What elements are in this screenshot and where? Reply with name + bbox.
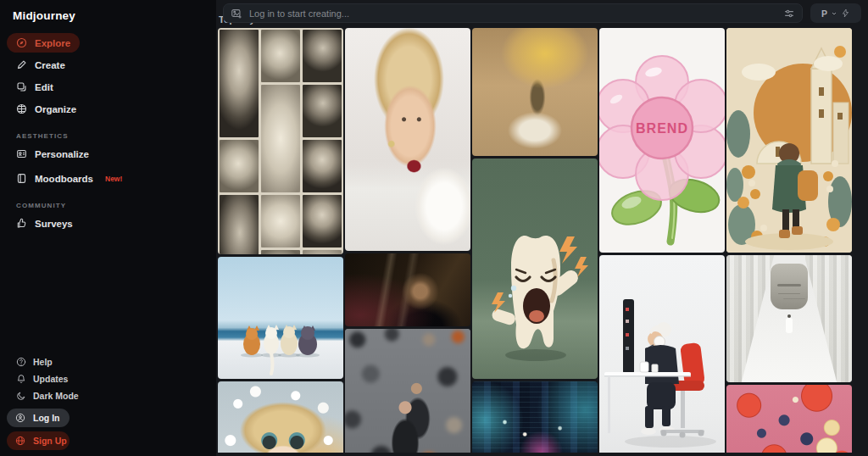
knit-illustration [726,28,852,253]
thumbs-up-icon [16,218,27,229]
compass-icon [16,37,27,48]
image-gallery: BREND [216,28,868,453]
sidebar-footer: Help Updates Dark Mode Log In [0,353,216,456]
globe-icon [15,436,25,446]
signup-button[interactable]: Sign Up [7,431,70,450]
sidebar-item-updates[interactable]: Updates [7,370,77,387]
topbar: Top Day Log in to start creating... P [216,0,868,28]
new-badge: New! [105,175,122,183]
add-image-icon [231,8,242,19]
sidebar: Midjourney Explore Create Edit [0,0,216,456]
gallery-image-blonde-portrait[interactable] [345,28,470,251]
chevron-down-icon [831,10,837,17]
search-bar[interactable]: Log in to start creating... [223,3,803,23]
midjourney-app: Midjourney Explore Create Edit [0,0,868,456]
sidebar-item-label: Create [35,60,65,70]
sidebar-item-create[interactable]: Create [7,55,75,75]
gallery-column: BREND [599,28,725,453]
sidebar-item-dark-mode[interactable]: Dark Mode [7,387,88,404]
sidebar-item-label: Moodboards [35,174,93,184]
community-heading: COMMUNITY [16,202,200,209]
gallery-image-chimp-suit[interactable] [345,253,470,326]
sidebar-item-label: Organize [35,104,76,114]
sidebar-item-label: Personalize [35,149,89,159]
board-icon [16,173,27,184]
aesthetics-heading: AESTHETICS [16,132,200,140]
gallery-image-anime-flowers[interactable] [218,381,343,453]
search-placeholder: Log in to start creating... [249,8,776,19]
main-content: Top Day Log in to start creating... P [216,0,868,456]
footer-item-label: Updates [33,374,68,384]
statue-walker-figure [786,318,793,333]
moon-icon [16,391,26,401]
gallery-column [472,28,598,453]
gallery-column [345,28,470,453]
gallery-image-fruit-pink[interactable] [726,385,852,453]
sidebar-item-surveys[interactable]: Surveys [7,214,82,233]
bell-icon [16,374,26,384]
gallery-image-statue-hall[interactable] [726,255,852,382]
gallery-image-crying-tooth[interactable] [472,158,598,379]
sidebar-item-explore[interactable]: Explore [7,33,80,53]
login-button[interactable]: Log In [7,409,70,427]
gallery-image-neon-city[interactable] [472,381,598,453]
sidebar-item-label: Surveys [35,219,73,229]
login-label: Log In [33,413,60,423]
personalization-button[interactable]: P [810,3,861,23]
gallery-image-face-collage[interactable] [218,28,343,254]
statue-head [771,264,808,309]
desk-illustration [599,255,725,453]
sidebar-item-moodboards[interactable]: Moodboards New! [7,169,131,188]
personalize-label: P [821,8,827,19]
pen-icon [16,59,27,70]
gallery-image-knit-walker[interactable] [726,28,852,253]
footer-item-label: Dark Mode [33,391,79,401]
gallery-image-desk-character[interactable] [599,255,725,453]
gallery-column [726,28,852,453]
frames-icon [16,81,27,92]
sidebar-item-label: Explore [35,38,70,48]
help-icon [16,357,26,367]
sidebar-item-personalize[interactable]: Personalize [7,144,98,164]
lightning-icon [841,8,850,18]
filter-sliders-icon[interactable] [783,8,795,19]
person-circle-icon [15,413,25,423]
signup-label: Sign Up [33,436,67,446]
sidebar-item-label: Edit [35,82,53,92]
grid-circle-icon [16,103,27,114]
brend-label: BREND [636,121,688,136]
sidebar-item-edit[interactable]: Edit [7,77,66,97]
sidebar-item-organize[interactable]: Organize [7,99,86,119]
tooth-illustration [472,158,598,379]
footer-item-label: Help [33,357,53,367]
gallery-column [218,28,343,453]
gallery-image-rider-smoke[interactable] [472,28,598,156]
gallery-image-brend-flower[interactable]: BREND [599,28,725,253]
id-card-icon [16,148,27,159]
gallery-image-crowd-blur[interactable] [345,329,470,453]
cats-illustration [218,257,343,379]
sidebar-item-help[interactable]: Help [7,353,62,370]
gallery-image-cats-beach[interactable] [218,257,343,379]
brand-logo[interactable]: Midjourney [0,0,216,31]
primary-nav: Explore Create Edit Organize [0,31,216,121]
brend-flower-illustration: BREND [599,28,725,253]
